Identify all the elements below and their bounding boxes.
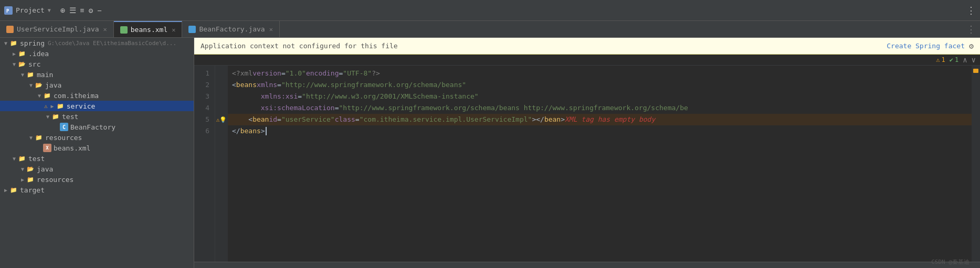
sidebar-label-resources-test: resources: [37, 176, 73, 184]
sidebar-item-target[interactable]: ▶ 📁 target: [0, 185, 194, 195]
tab-label-beanfactory: BeanFactory.java: [199, 25, 265, 33]
bottom-scrollbar[interactable]: [194, 262, 980, 268]
arrow-com-itheima: ▼: [36, 93, 43, 99]
nav-up-button[interactable]: ∧: [963, 56, 967, 64]
create-spring-facet-link[interactable]: Create Spring facet: [887, 42, 965, 50]
xml-xmlns-xsi-attr: xmlns:xsi: [261, 91, 298, 102]
sidebar-label-java: java: [45, 81, 61, 89]
line-num-1: 1: [196, 68, 213, 79]
sidebar-item-spring[interactable]: ▼ 📁 spring G:\code\Java EE\itheimaBasicC…: [0, 38, 194, 48]
sidebar-label-beansxml: beans.xml: [54, 144, 90, 152]
sidebar-label-beanfactory: BeanFactory: [70, 123, 115, 131]
xml-eq4: =: [298, 91, 302, 102]
warn-triangle-icon: ⚠: [936, 56, 940, 63]
warn-badge: ⚠ 1: [936, 56, 945, 63]
chevron-down-icon[interactable]: ▼: [48, 7, 51, 13]
line-num-3: 3: [196, 91, 213, 102]
xml-beans-tag: beans: [236, 79, 257, 91]
sidebar-item-idea[interactable]: ▶ 📁 .idea: [0, 48, 194, 59]
folder-icon-spring: 📁: [9, 39, 18, 47]
bookmarks-icon[interactable]: ☰: [69, 6, 76, 15]
folder-icon-src: 📂: [18, 60, 26, 68]
ok-check-icon: ✔: [950, 56, 953, 63]
sidebar-item-java[interactable]: ▼ 📂 java: [0, 80, 194, 90]
notification-text: Application context not configured for t…: [201, 42, 398, 50]
sidebar-item-service[interactable]: ⚠ ▶ 📁 service: [0, 101, 194, 111]
sidebar-item-src[interactable]: ▼ 📂 src: [0, 59, 194, 69]
xml-id-val: "userService": [281, 114, 335, 125]
title-bar: P Project ▼ ⊕ ☰ ≡ ⚙ − ⋮: [0, 0, 980, 21]
add-icon[interactable]: ⊕: [60, 6, 65, 15]
folder-icon-com-itheima: 📁: [43, 91, 51, 100]
ok-badge: ✔ 1: [950, 56, 958, 63]
gutter-hint-bulb[interactable]: 💡: [219, 116, 227, 123]
xml-file-icon: [120, 26, 128, 34]
svg-text:P: P: [6, 8, 9, 14]
xml-prolog-tag: <?xml: [232, 68, 252, 79]
tab-close-userserviceimpl[interactable]: ✕: [103, 26, 107, 33]
xml-indent3: [232, 91, 261, 102]
xml-version-attr: version: [252, 68, 281, 79]
xml-id-attr: id: [269, 114, 277, 125]
sidebar-item-com-itheima[interactable]: ▼ 📁 com.itheima: [0, 90, 194, 101]
java2-file-icon: [188, 26, 196, 33]
xml-class-val: "com.itheima.service.impl.UserServiceImp…: [360, 114, 532, 125]
arrow-src: ▼: [10, 61, 18, 67]
code-line-5: < bean id = "userService" class = "com.i…: [228, 114, 972, 125]
xml-schema-loc-attr: xsi:schemaLocation: [261, 102, 335, 114]
gutter-warn-triangle: ⚠: [216, 116, 220, 123]
sidebar-item-java-test[interactable]: ▼ 📂 java: [0, 164, 194, 174]
sidebar-item-resources-test[interactable]: ▶ 📁 resources: [0, 174, 194, 185]
title-bar-menu-icon[interactable]: ⋮: [966, 5, 976, 16]
ok-count: 1: [955, 56, 958, 63]
xml-eq3: =: [277, 79, 281, 91]
editor-area: Application context not configured for t…: [194, 38, 980, 268]
sidebar-item-beansxml[interactable]: ▶ X beans.xml: [0, 143, 194, 153]
arrow-resources-test: ▶: [19, 177, 26, 183]
arrow-test-root: ▼: [10, 156, 18, 162]
nav-down-button[interactable]: ∨: [972, 56, 976, 64]
settings-icon[interactable]: ⚙: [89, 6, 93, 15]
xml-indent5: [232, 114, 248, 125]
tab-close-beanfactory[interactable]: ✕: [269, 26, 273, 33]
xml-beans-close-tag: beans: [240, 125, 261, 137]
sidebar-item-beanfactory[interactable]: ▶ C BeanFactory: [0, 122, 194, 132]
tab-overflow-icon[interactable]: ⋮: [966, 21, 980, 37]
xml-encoding-attr: encoding: [306, 68, 339, 79]
notification-gear-icon[interactable]: ⚙: [969, 41, 974, 51]
sidebar-item-main[interactable]: ▼ 📁 main: [0, 69, 194, 80]
sidebar-label-idea: .idea: [28, 50, 49, 58]
sidebar-label-resources: resources: [45, 134, 82, 142]
project-label[interactable]: Project: [16, 6, 45, 14]
code-line-3: xmlns:xsi = "http://www.w3.org/2001/XMLS…: [228, 91, 972, 102]
xml-xmlns-xsi-val: "http://www.w3.org/2001/XMLSchema-instan…: [302, 91, 479, 102]
arrow-java-test: ▼: [19, 166, 26, 172]
gutter-line-4: [215, 102, 228, 114]
xml-xmlns-attr: xmlns: [257, 79, 277, 91]
sidebar-label-service: service: [67, 102, 96, 110]
tab-close-beansxml[interactable]: ✕: [172, 26, 175, 34]
arrow-resources: ▼: [27, 135, 35, 141]
arrow-test: ▼: [44, 114, 51, 120]
code-line-6: </ beans >: [228, 125, 972, 137]
xml-encoding-val: "UTF-8": [343, 68, 372, 79]
tab-beanfactory[interactable]: BeanFactory.java ✕: [182, 21, 279, 37]
gutter-line-5-warn: ⚠ 💡: [215, 114, 228, 125]
tab-beansxml[interactable]: beans.xml ✕: [114, 21, 183, 37]
sidebar-item-resources[interactable]: ▼ 📁 resources: [0, 132, 194, 143]
line-num-6: 6: [196, 125, 213, 137]
sidebar-item-test-root[interactable]: ▼ 📁 test: [0, 153, 194, 164]
java-file-icon: [6, 26, 14, 33]
arrow-idea: ▶: [10, 51, 18, 57]
minimize-icon[interactable]: −: [97, 6, 101, 15]
tab-userserviceimpl[interactable]: UserServiceImpl.java ✕: [0, 21, 114, 37]
xml-open-bracket2: <: [232, 79, 236, 91]
structure-icon[interactable]: ≡: [80, 6, 85, 14]
warn-count: 1: [941, 56, 945, 63]
folder-icon-resources: 📁: [35, 133, 43, 142]
code-content[interactable]: <?xml version = "1.0" encoding = "UTF-8"…: [228, 66, 972, 262]
xml-schema-loc-val: "http://www.springframework.org/schema/b…: [339, 102, 688, 114]
gutter-line-1: [215, 68, 228, 79]
notification-actions: Create Spring facet ⚙: [887, 41, 974, 51]
sidebar-item-test[interactable]: ▼ 📁 test: [0, 111, 194, 122]
